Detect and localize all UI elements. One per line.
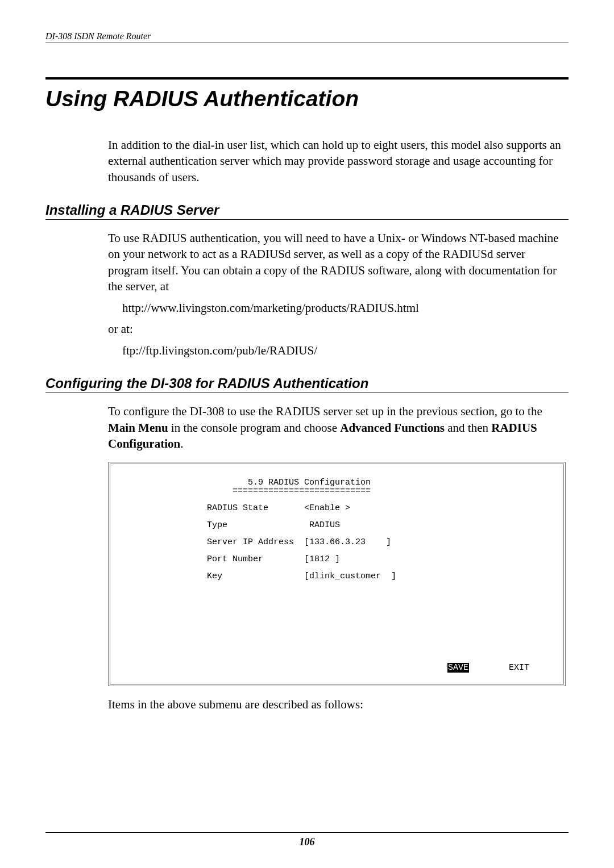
running-header: DI-308 ISDN Remote Router — [45, 31, 569, 43]
install-or: or at: — [108, 321, 566, 337]
text-fragment: To configure the DI-308 to use the RADIU… — [108, 404, 542, 418]
install-url-2: ftp://ftp.livingston.com/pub/le/RADIUS/ — [122, 343, 566, 358]
after-console-text: Items in the above submenu are described… — [108, 698, 569, 712]
menu-name-main: Main Menu — [108, 421, 168, 435]
console-row-type: Type RADIUS — [207, 520, 340, 530]
page-footer: 106 — [45, 832, 569, 848]
console-text: 5.9 RADIUS Configuration ===============… — [207, 478, 552, 581]
install-paragraph: To use RADIUS authentication, you will n… — [108, 230, 566, 294]
console-row-ip: Server IP Address [133.66.3.23 ] — [207, 537, 391, 547]
text-fragment: in the console program and choose — [168, 421, 341, 435]
page-number: 106 — [300, 836, 315, 848]
console-actions: SAVEEXIT — [447, 663, 529, 673]
intro-paragraph: In addition to the dial-in user list, wh… — [108, 137, 566, 185]
install-url-1: http://www.livingston.com/marketing/prod… — [122, 300, 566, 316]
save-button[interactable]: SAVE — [447, 663, 469, 673]
section-heading-install: Installing a RADIUS Server — [45, 202, 569, 220]
section-heading-configure: Configuring the DI-308 for RADIUS Authen… — [45, 375, 569, 393]
console-divider: =========================== — [207, 486, 371, 496]
chapter-title: Using RADIUS Authentication — [45, 77, 569, 111]
console-row-state: RADIUS State <Enable > — [207, 503, 350, 513]
console-screenshot: 5.9 RADIUS Configuration ===============… — [108, 462, 566, 686]
text-fragment: and then — [445, 421, 491, 435]
console-row-key: Key [dlink_customer ] — [207, 571, 396, 581]
configure-paragraph: To configure the DI-308 to use the RADIU… — [108, 403, 566, 452]
console-row-port: Port Number [1812 ] — [207, 554, 340, 564]
menu-name-advanced: Advanced Functions — [340, 421, 445, 435]
exit-button[interactable]: EXIT — [509, 663, 529, 673]
text-fragment: . — [180, 437, 183, 450]
